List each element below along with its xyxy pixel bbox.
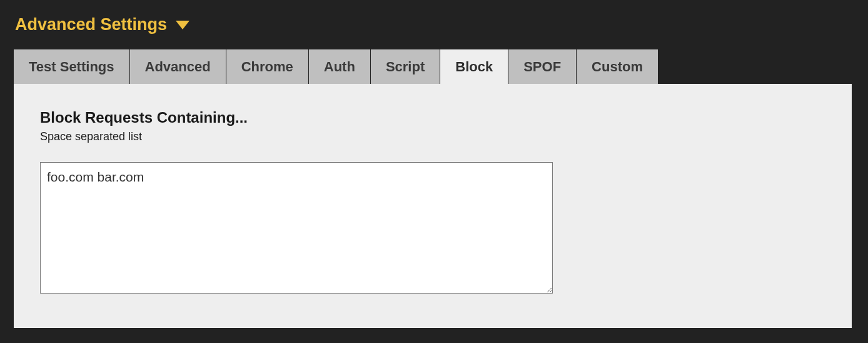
chevron-down-icon — [176, 21, 189, 29]
tab-label: SPOF — [523, 59, 561, 74]
panel-title: Advanced Settings — [15, 15, 167, 34]
tab-label: Script — [386, 59, 425, 74]
tab-auth[interactable]: Auth — [309, 49, 371, 84]
tab-label: Auth — [324, 59, 355, 74]
tab-label: Advanced — [145, 59, 211, 74]
block-section-title: Block Requests Containing... — [40, 109, 827, 126]
tab-custom[interactable]: Custom — [577, 49, 658, 84]
tab-script[interactable]: Script — [371, 49, 440, 84]
tabs-row: Test Settings Advanced Chrome Auth Scrip… — [14, 49, 868, 84]
block-domains-textarea[interactable] — [40, 162, 553, 294]
tab-label: Custom — [592, 59, 643, 74]
tab-test-settings[interactable]: Test Settings — [14, 49, 130, 84]
tab-content-block: Block Requests Containing... Space separ… — [14, 84, 852, 328]
tab-chrome[interactable]: Chrome — [226, 49, 309, 84]
tab-advanced[interactable]: Advanced — [130, 49, 226, 84]
tab-label: Block — [455, 59, 493, 74]
advanced-settings-header[interactable]: Advanced Settings — [0, 0, 868, 34]
tab-block[interactable]: Block — [440, 49, 508, 84]
tab-label: Test Settings — [29, 59, 114, 74]
block-section-help: Space separated list — [40, 130, 827, 143]
tab-label: Chrome — [241, 59, 293, 74]
tab-spof[interactable]: SPOF — [508, 49, 577, 84]
